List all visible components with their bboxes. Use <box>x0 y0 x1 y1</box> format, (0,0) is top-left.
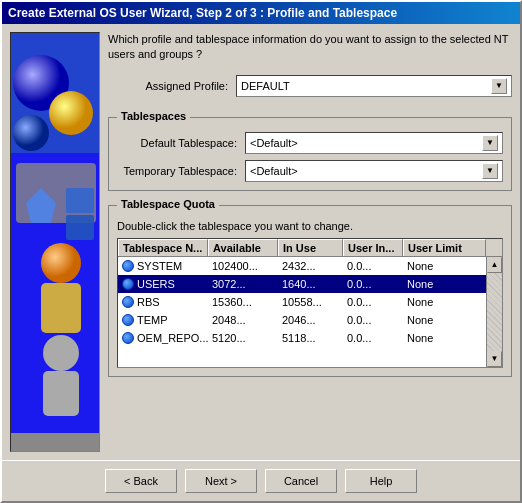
table-row[interactable]: RBS15360...10558...0.0...None <box>118 293 486 311</box>
table-cell: None <box>403 313 486 327</box>
table-cell: 2048... <box>208 313 278 327</box>
temporary-tablespace-label: Temporary Tablespace: <box>117 165 237 177</box>
table-cell: None <box>403 331 486 345</box>
table-row[interactable]: USERS3072...1640...0.0...None <box>118 275 486 293</box>
table-row[interactable]: SYSTEM102400...2432...0.0...None <box>118 257 486 275</box>
table-cell: 1640... <box>278 277 343 291</box>
scroll-up-button[interactable]: ▲ <box>487 257 502 273</box>
tablespaces-group: Tablespaces Default Tablespace: <Default… <box>108 117 512 191</box>
dialog-content: Which profile and tablespace information… <box>2 24 520 460</box>
table-cell: OEM_REPO... <box>118 331 208 345</box>
table-cell: 0.0... <box>343 313 403 327</box>
table-cell: USERS <box>118 277 208 291</box>
tablespace-quota-group: Tablespace Quota Double-click the tables… <box>108 205 512 377</box>
assigned-profile-arrow[interactable]: ▼ <box>491 78 507 94</box>
temporary-tablespace-arrow[interactable]: ▼ <box>482 163 498 179</box>
table-body: SYSTEM102400...2432...0.0...NoneUSERS307… <box>118 257 486 367</box>
back-button[interactable]: < Back <box>105 469 177 493</box>
table-wrapper: SYSTEM102400...2432...0.0...NoneUSERS307… <box>118 257 502 367</box>
table-header: Tablespace N... Available In Use User In… <box>118 239 502 257</box>
table-cell: SYSTEM <box>118 259 208 273</box>
table-row[interactable]: TEMP2048...2046...0.0...None <box>118 311 486 329</box>
table-cell: 102400... <box>208 259 278 273</box>
assigned-profile-value: DEFAULT <box>241 80 290 92</box>
svg-point-8 <box>43 335 79 371</box>
svg-point-4 <box>13 115 49 151</box>
description-text: Which profile and tablespace information… <box>108 32 512 63</box>
table-cell: 5120... <box>208 331 278 345</box>
header-scroll-spacer <box>486 239 502 256</box>
table-cell: 0.0... <box>343 331 403 345</box>
svg-point-6 <box>41 243 81 283</box>
table-cell: TEMP <box>118 313 208 327</box>
row-icon <box>122 296 134 308</box>
table-cell: 10558... <box>278 295 343 309</box>
default-tablespace-value: <Default> <box>250 137 298 149</box>
title-text: Create External OS User Wizard, Step 2 o… <box>8 6 397 20</box>
default-tablespace-row: Default Tablespace: <Default> ▼ <box>117 132 503 154</box>
scroll-down-button[interactable]: ▼ <box>487 351 502 367</box>
tablespaces-group-label: Tablespaces <box>117 110 190 122</box>
temporary-tablespace-value: <Default> <box>250 165 298 177</box>
table-cell: 2046... <box>278 313 343 327</box>
col-header-name: Tablespace N... <box>118 239 208 256</box>
title-bar: Create External OS User Wizard, Step 2 o… <box>2 2 520 24</box>
table-cell: None <box>403 295 486 309</box>
table-cell: 0.0... <box>343 295 403 309</box>
svg-rect-7 <box>41 283 81 333</box>
cancel-button[interactable]: Cancel <box>265 469 337 493</box>
row-icon <box>122 278 134 290</box>
row-icon <box>122 260 134 272</box>
table-scrollbar[interactable]: ▲ ▼ <box>486 257 502 367</box>
button-bar: < Back Next > Cancel Help <box>2 460 520 501</box>
table-cell: 0.0... <box>343 277 403 291</box>
table-cell: 3072... <box>208 277 278 291</box>
table-cell: 5118... <box>278 331 343 345</box>
table-row[interactable]: OEM_REPO...5120...5118...0.0...None <box>118 329 486 347</box>
col-header-user-limit: User Limit <box>403 239 486 256</box>
svg-rect-9 <box>43 371 79 416</box>
next-button[interactable]: Next > <box>185 469 257 493</box>
temporary-tablespace-select[interactable]: <Default> ▼ <box>245 160 503 182</box>
default-tablespace-label: Default Tablespace: <box>117 137 237 149</box>
row-icon <box>122 314 134 326</box>
assigned-profile-select[interactable]: DEFAULT ▼ <box>236 75 512 97</box>
default-tablespace-arrow[interactable]: ▼ <box>482 135 498 151</box>
tablespace-quota-label: Tablespace Quota <box>117 198 219 210</box>
svg-rect-11 <box>66 188 94 213</box>
right-panel: Which profile and tablespace information… <box>108 32 512 452</box>
assigned-profile-label: Assigned Profile: <box>108 80 228 92</box>
help-button[interactable]: Help <box>345 469 417 493</box>
svg-rect-12 <box>66 215 94 240</box>
assigned-profile-row: Assigned Profile: DEFAULT ▼ <box>108 75 512 97</box>
decorative-art <box>11 33 100 433</box>
table-cell: 15360... <box>208 295 278 309</box>
col-header-user-in: User In... <box>343 239 403 256</box>
table-cell: None <box>403 277 486 291</box>
col-header-available: Available <box>208 239 278 256</box>
table-cell: 2432... <box>278 259 343 273</box>
table-cell: 0.0... <box>343 259 403 273</box>
table-cell: RBS <box>118 295 208 309</box>
dialog-window: Create External OS User Wizard, Step 2 o… <box>0 0 522 503</box>
quota-instruction: Double-click the tablespace you want to … <box>117 220 503 232</box>
table-cell: None <box>403 259 486 273</box>
row-icon <box>122 332 134 344</box>
default-tablespace-select[interactable]: <Default> ▼ <box>245 132 503 154</box>
temporary-tablespace-row: Temporary Tablespace: <Default> ▼ <box>117 160 503 182</box>
tablespace-table: Tablespace N... Available In Use User In… <box>117 238 503 368</box>
col-header-in-use: In Use <box>278 239 343 256</box>
left-panel <box>10 32 100 452</box>
scroll-thumb <box>487 273 502 351</box>
svg-point-3 <box>49 91 93 135</box>
